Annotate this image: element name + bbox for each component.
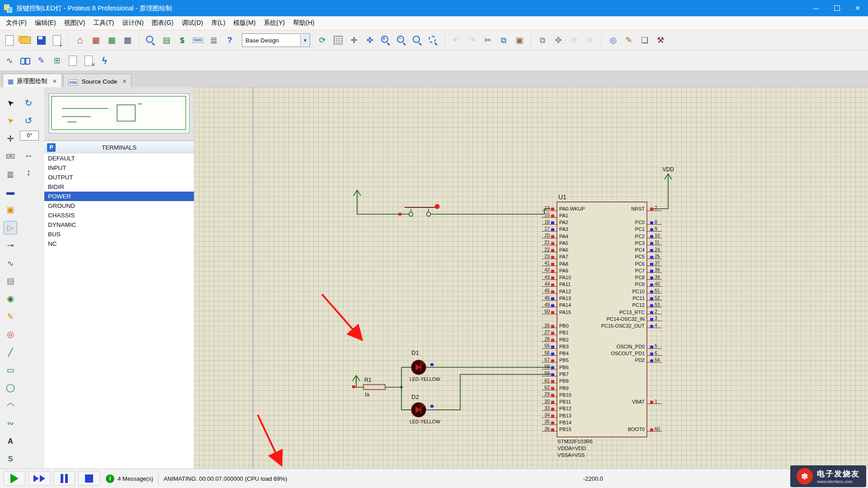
close-tab-icon[interactable]: ✕ [52,78,57,84]
2d-symbol-icon[interactable]: S [4,452,17,466]
menu-item[interactable]: 视图(V) [60,17,90,29]
cut-icon[interactable]: ✂ [481,33,495,47]
decompose-icon[interactable]: ⚒ [654,33,667,47]
menu-item[interactable]: 编辑(E) [31,17,60,29]
terminal-item-chassis[interactable]: CHASSIS [44,211,194,220]
mirror-horizontal-icon[interactable]: ↔ [22,148,35,161]
2d-arc-icon[interactable]: ◠ [4,399,17,413]
origin-icon[interactable]: ✛ [347,33,361,47]
block-move-icon[interactable]: ✜ [552,33,565,47]
schematic-capture-icon[interactable]: ▦ [89,33,103,47]
rotation-angle-field[interactable]: 0° [20,131,39,141]
help-icon[interactable]: ? [223,33,236,47]
subcircuit-icon[interactable]: ▣ [4,203,17,216]
vsm-studio-icon[interactable]: ▤ [160,33,173,47]
device-pin-icon[interactable]: ⊸ [4,239,17,252]
led-d2[interactable]: D2LED-YELLOW [410,394,440,424]
zoom-in-icon[interactable]: + [379,33,392,47]
tab-schematic-capture[interactable]: 原理图绘制 ✕ [3,74,62,89]
schematic-overview[interactable] [49,94,189,133]
terminal-item-power[interactable]: POWER [44,192,194,201]
2d-line-icon[interactable]: ╱ [4,346,17,359]
new-project-icon[interactable] [3,33,16,47]
pan-icon[interactable]: ✜ [363,33,377,47]
2d-circle-icon[interactable]: ◯ [4,381,17,394]
terminal-item-nc[interactable]: NC [44,239,194,249]
component-mode-icon[interactable]: ➤ [4,114,17,127]
editor-canvas[interactable]: VDDR11kD1LED-YELLOWD2LED-YELLOWU1STM32F1… [194,87,868,469]
block-copy-icon[interactable]: ⧉ [536,33,549,47]
chevron-down-icon[interactable]: ▼ [300,34,310,46]
save-project-icon[interactable] [34,33,48,47]
3d-visualizer-icon[interactable]: ▩ [121,33,134,47]
pcb-layout-icon[interactable]: ▦ [105,33,118,47]
voltage-probe-icon[interactable]: ✎ [4,310,17,324]
current-probe-icon[interactable]: ◎ [4,328,17,341]
buses-mode-icon[interactable]: ▬ [4,185,17,199]
close-button[interactable]: ✕ [847,0,868,16]
terminal-item-bidir[interactable]: BIDIR [44,182,194,192]
source-code-icon[interactable]: 0101 [191,33,205,47]
menu-item[interactable]: 调试(D) [178,17,207,29]
mirror-vertical-icon[interactable]: ↕ [22,165,35,179]
play-button[interactable] [4,471,25,486]
2d-box-icon[interactable]: ▭ [4,363,17,377]
selection-mode-icon[interactable]: ➤ [4,96,17,110]
menu-item[interactable]: 系统(Y) [259,17,289,29]
bill-of-materials-icon[interactable]: $ [175,33,189,47]
menu-item[interactable]: 帮助(H) [289,17,318,29]
terminal-item-input[interactable]: INPUT [44,163,194,173]
design-selector[interactable]: Base Design ▼ [242,33,310,47]
rotate-cw-icon[interactable]: ↻ [22,96,35,110]
resistor-r1[interactable]: R11k [363,377,385,397]
home-page-icon[interactable]: ⌂ [73,33,87,47]
minimize-button[interactable]: — [806,0,826,16]
wire-autorouter-icon[interactable]: ∿ [3,54,16,67]
mcu-u1[interactable]: U1STM32F103R6VDDA=VDDVSSA=VSS14PA0-WKUP1… [542,193,662,458]
property-assignment-icon[interactable]: ✎ [34,54,48,67]
graph-mode-icon[interactable]: ∿ [4,257,17,270]
new-sheet-icon[interactable] [66,54,80,67]
open-project-icon[interactable] [19,33,32,47]
pick-device-icon[interactable]: ◎ [606,33,620,47]
pause-button[interactable] [53,471,75,486]
vdd-terminal[interactable]: VDD [662,166,674,181]
terminal-item-bus[interactable]: BUS [44,230,194,239]
menu-item[interactable]: 模版(M) [229,17,259,29]
info-icon[interactable] [106,474,114,483]
pick-device-button[interactable]: P [47,143,56,152]
copy-icon[interactable]: ⧉ [497,33,510,47]
project-notes-icon[interactable]: ≣ [207,33,221,47]
power-terminal[interactable] [353,375,360,383]
2d-text-icon[interactable]: A [4,435,17,448]
menu-item[interactable]: 图表(G) [148,17,178,29]
schematic-canvas[interactable]: VDDR11kD1LED-YELLOWD2LED-YELLOWU1STM32F1… [194,87,868,469]
wire-label-icon[interactable]: LBL [4,150,17,163]
make-device-icon[interactable]: ✎ [622,33,636,47]
menu-item[interactable]: 设计(N) [118,17,147,29]
led-d1[interactable]: D1LED-YELLOW [410,349,440,382]
step-button[interactable] [28,471,50,486]
rotate-ccw-icon[interactable]: ↺ [22,114,35,127]
terminal-item-output[interactable]: OUTPUT [44,173,194,182]
remove-sheet-icon[interactable] [82,54,95,67]
packaging-tool-icon[interactable]: ❏ [638,33,651,47]
menu-item[interactable]: 工具(T) [89,17,118,29]
message-count[interactable]: 4 Message(s) [118,475,153,482]
zoom-area-icon[interactable] [426,33,440,47]
button-actuator[interactable] [435,204,440,209]
menu-item[interactable]: 文件(F) [2,17,31,29]
junction-dot-icon[interactable]: ✛ [4,132,17,145]
menu-item[interactable]: 库(L) [207,17,229,29]
stop-button[interactable] [78,471,100,486]
electrical-rule-check-icon[interactable]: ϟ [98,54,111,67]
import-project-icon[interactable] [50,33,64,47]
zoom-out-icon[interactable]: − [395,33,408,47]
maximize-button[interactable] [826,0,847,16]
design-explorer-sheet-icon[interactable]: ⊞ [50,54,64,67]
power-terminal[interactable] [354,190,361,197]
terminal-item-dynamic[interactable]: DYNAMIC [44,220,194,230]
design-explorer-icon[interactable] [144,33,157,47]
tape-recorder-icon[interactable]: ▤ [4,274,17,288]
redraw-icon[interactable]: ⟳ [316,33,329,47]
